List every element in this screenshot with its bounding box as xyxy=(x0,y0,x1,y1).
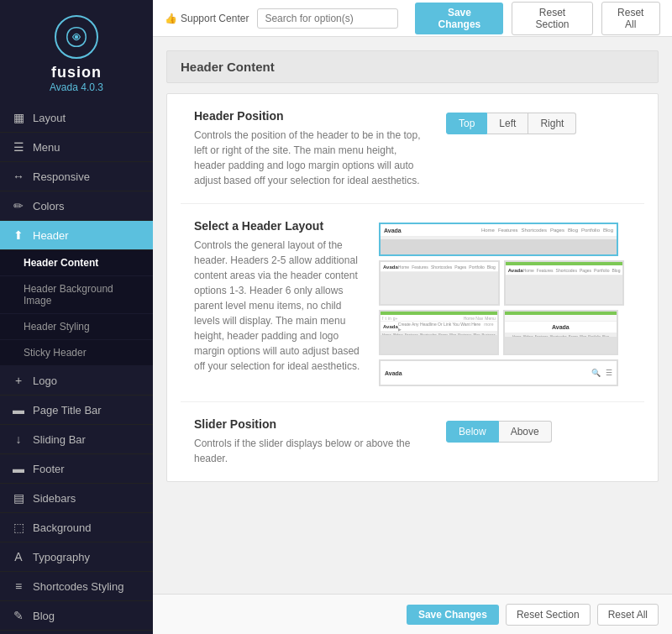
submenu-item-header-styling[interactable]: Header Styling xyxy=(0,314,153,340)
option-control: Top Left Right xyxy=(446,109,631,134)
support-center-link[interactable]: 👍 Support Center xyxy=(165,13,249,24)
header-position-selector: Top Left Right xyxy=(446,113,576,134)
page-title-bar-icon: ▬ xyxy=(12,403,25,417)
sidebar-item-label: Header xyxy=(33,229,69,242)
option-description: Slider Position Controls if the slider d… xyxy=(194,417,429,466)
sidebar-item-label: Menu xyxy=(33,141,60,154)
header-layout-control: Avada Home Features Shortcodes Pages Blo… xyxy=(379,219,631,386)
sidebar-item-label: Responsive xyxy=(33,170,90,183)
position-top-button[interactable]: Top xyxy=(446,113,487,134)
sidebar-item-blog[interactable]: ✎ Blog xyxy=(0,601,153,631)
option-slider-position: Slider Position Controls if the slider d… xyxy=(181,402,644,481)
sidebar: fusion Avada 4.0.3 ▦ Layout ☰ Menu ↔ Res… xyxy=(0,0,153,634)
slider-position-selector: Below Above xyxy=(446,421,552,443)
blog-icon: ✎ xyxy=(12,609,25,622)
thumb-icon: 👍 xyxy=(165,13,177,24)
search-input[interactable] xyxy=(257,8,398,29)
shortcodes-icon: ≡ xyxy=(12,579,25,593)
sidebar-item-sliding-bar[interactable]: ↓ Sliding Bar xyxy=(0,425,153,454)
sidebar-item-colors[interactable]: ✏ Colors xyxy=(0,191,153,221)
position-right-button[interactable]: Right xyxy=(528,113,576,134)
submenu-label: Header Background Image xyxy=(24,283,113,307)
option-layout: Header Position Controls the position of… xyxy=(194,109,631,188)
reset-section-button-bottom[interactable]: Reset Section xyxy=(506,604,591,626)
menu-icon: ☰ xyxy=(12,140,25,154)
reset-section-button-top[interactable]: Reset Section xyxy=(512,2,592,35)
option-header-position: Header Position Controls the position of… xyxy=(181,94,644,204)
option-control: Below Above xyxy=(446,417,631,443)
section-title: Header Content xyxy=(181,60,275,74)
section-header: Header Content xyxy=(166,50,659,83)
sidebar-navigation: ▦ Layout ☰ Menu ↔ Responsive ✏ Colors ⬆ … xyxy=(0,103,153,634)
sidebar-item-label: Background xyxy=(33,521,91,534)
submenu-label: Header Content xyxy=(24,257,98,269)
option-title: Slider Position xyxy=(194,417,429,431)
sidebar-item-responsive[interactable]: ↔ Responsive xyxy=(0,162,153,191)
sidebar-item-label: Sliding Bar xyxy=(33,433,86,446)
layout-option-1[interactable]: Avada Home Features Shortcodes Pages Blo… xyxy=(379,223,618,256)
sidebar-item-label: Layout xyxy=(33,112,66,124)
reset-all-button-bottom[interactable]: Reset All xyxy=(597,604,659,626)
topbar: 👍 Support Center Save Changes Reset Sect… xyxy=(153,0,672,37)
layout-option-6[interactable]: Avada 🔍 ☰ xyxy=(379,359,618,386)
sidebar-item-menu[interactable]: ☰ Menu xyxy=(0,133,153,162)
sidebar-item-header[interactable]: ⬆ Header xyxy=(0,221,153,250)
brand-icon xyxy=(55,15,98,59)
sidebar-item-footer[interactable]: ▬ Footer xyxy=(0,454,153,484)
sidebar-item-label: Blog xyxy=(33,610,55,622)
sidebar-item-label: Shortcodes Styling xyxy=(33,580,123,593)
save-changes-button-bottom[interactable]: Save Changes xyxy=(407,605,499,625)
main-panel: 👍 Support Center Save Changes Reset Sect… xyxy=(153,0,672,634)
option-description: Select a Header Layout Controls the gene… xyxy=(194,219,362,374)
typography-icon: A xyxy=(12,550,25,563)
layout-option-2[interactable]: Avada Home Features Shortcodes Pages Por… xyxy=(379,260,500,306)
brand-name: fusion xyxy=(51,64,102,81)
option-description-text: Controls the position of the header to b… xyxy=(194,128,429,188)
sidebar-item-layout[interactable]: ▦ Layout xyxy=(0,103,153,133)
sidebar-item-background[interactable]: ⬚ Background xyxy=(0,513,153,542)
sidebar-item-portfolio[interactable]: ⊞ Portfolio xyxy=(0,631,153,634)
layout-option-4[interactable]: f t in g+ Home Nav Menu xyxy=(379,310,499,355)
layout-icon: ▦ xyxy=(12,111,25,124)
layout-option-5[interactable]: Avada Home Sliders Features Shortcodes P… xyxy=(503,310,618,355)
slider-above-button[interactable]: Above xyxy=(499,421,552,443)
layout-picker: Avada Home Features Shortcodes Pages Blo… xyxy=(379,223,618,386)
submenu-label: Header Styling xyxy=(24,321,90,333)
sidebar-item-sidebars[interactable]: ▤ Sidebars xyxy=(0,484,153,513)
sidebar-item-logo[interactable]: + Logo xyxy=(0,366,153,396)
options-container: Header Position Controls the position of… xyxy=(166,93,659,482)
option-description: Header Position Controls the position of… xyxy=(194,109,429,188)
sidebars-icon: ▤ xyxy=(12,491,25,505)
logo-icon: + xyxy=(12,374,25,387)
layout-row-3: f t in g+ Home Nav Menu xyxy=(379,310,618,355)
submenu-label: Sticky Header xyxy=(24,347,87,359)
bottombar: Save Changes Reset Section Reset All xyxy=(153,594,672,634)
submenu-item-sticky-header[interactable]: Sticky Header xyxy=(0,340,153,366)
save-changes-button-top[interactable]: Save Changes xyxy=(415,3,503,34)
slider-below-button[interactable]: Below xyxy=(446,421,499,443)
option-description-text: Controls the general layout of the heade… xyxy=(194,238,362,374)
sidebar-item-label: Colors xyxy=(33,200,65,212)
brand-version: Avada 4.0.3 xyxy=(50,81,103,93)
sidebar-item-typography[interactable]: A Typography xyxy=(0,542,153,572)
position-left-button[interactable]: Left xyxy=(487,113,528,134)
footer-icon: ▬ xyxy=(12,462,25,475)
content-bottom-padding xyxy=(153,482,672,532)
sidebar-item-page-title-bar[interactable]: ▬ Page Title Bar xyxy=(0,396,153,425)
sidebar-item-shortcodes-styling[interactable]: ≡ Shortcodes Styling xyxy=(0,572,153,601)
sidebar-item-label: Sidebars xyxy=(33,492,76,505)
option-layout: Select a Header Layout Controls the gene… xyxy=(194,219,631,386)
svg-point-0 xyxy=(75,35,79,39)
sidebar-item-label: Footer xyxy=(33,463,65,475)
layout-option-3[interactable]: Avada Home Features Shortcodes Pages Por… xyxy=(504,260,625,306)
layout-row-2: Avada Home Features Shortcodes Pages Por… xyxy=(379,260,618,306)
option-header-layout: Select a Header Layout Controls the gene… xyxy=(181,204,644,402)
submenu-item-header-background[interactable]: Header Background Image xyxy=(0,276,153,314)
support-label: Support Center xyxy=(181,13,249,24)
submenu-item-header-content[interactable]: Header Content xyxy=(0,250,153,276)
reset-all-button-top[interactable]: Reset All xyxy=(601,2,660,35)
sliding-bar-icon: ↓ xyxy=(12,432,25,446)
header-icon: ⬆ xyxy=(12,228,25,242)
sidebar-item-label: Logo xyxy=(33,375,57,387)
option-title: Header Position xyxy=(194,109,429,123)
